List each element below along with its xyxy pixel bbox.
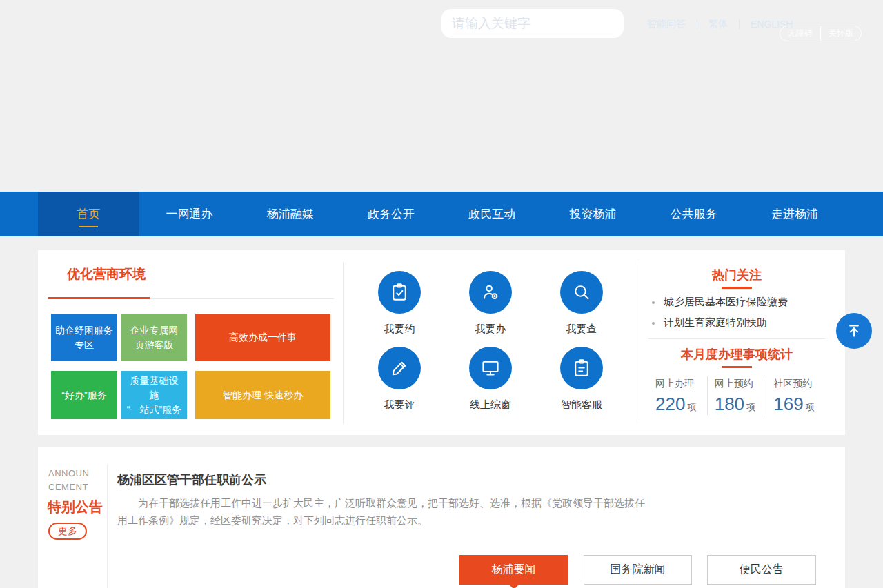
stat-label: 网上预约 bbox=[715, 378, 766, 390]
nav-item-public-services[interactable]: 公共服务 bbox=[644, 192, 744, 236]
search-box bbox=[442, 9, 624, 38]
tab-yangpu-news[interactable]: 杨浦要闻 bbox=[459, 555, 568, 585]
business-env-title: 优化营商环境 bbox=[67, 265, 146, 283]
announcement-category: 特别公告 bbox=[48, 498, 103, 516]
divider bbox=[107, 465, 108, 588]
back-to-top-button[interactable] bbox=[836, 313, 872, 349]
stat-unit: 项 bbox=[806, 402, 815, 412]
tab-public-notices[interactable]: 便民公告 bbox=[707, 555, 816, 585]
pencil-icon bbox=[389, 358, 410, 378]
hot-topic-item[interactable]: 城乡居民基本医疗保险缴费 bbox=[652, 296, 788, 309]
service-smart-support-button[interactable] bbox=[560, 347, 603, 389]
title-underline bbox=[48, 297, 150, 299]
stat-label: 网上办理 bbox=[655, 378, 707, 390]
service-label-review[interactable]: 我要评 bbox=[357, 398, 442, 412]
accessibility-button[interactable]: 无障碍 bbox=[780, 26, 820, 41]
more-button[interactable]: 更多 bbox=[48, 523, 87, 540]
article-body: 为在干部选拔任用工作中进一步扩大民主，广泛听取群众意见，把干部选好、选准，根据《… bbox=[117, 494, 647, 529]
hot-topics-title: 热门关注 bbox=[688, 267, 785, 283]
divider bbox=[343, 262, 344, 423]
stat-label: 社区预约 bbox=[773, 378, 825, 390]
header-links: 智能问答 繁体 ENGLISH bbox=[636, 17, 804, 31]
tile-easy-service[interactable]: “好办”服务 bbox=[51, 371, 117, 419]
link-smart-qa[interactable]: 智能问答 bbox=[636, 18, 697, 30]
service-appointment-button[interactable] bbox=[378, 271, 421, 314]
nav-item-about-yangpu[interactable]: 走进杨浦 bbox=[744, 192, 845, 236]
stat-value: 180 bbox=[715, 394, 744, 414]
nav-item-yangpu-media[interactable]: 杨浦融媒 bbox=[240, 192, 341, 236]
nav-item-one-stop-services[interactable]: 一网通办 bbox=[139, 192, 239, 236]
user-gear-icon bbox=[480, 282, 501, 303]
bullet-icon bbox=[652, 301, 655, 304]
nav-item-gov-disclosure[interactable]: 政务公开 bbox=[341, 192, 442, 236]
service-label-search[interactable]: 我要查 bbox=[539, 323, 624, 336]
stat-value: 220 bbox=[655, 394, 685, 414]
stat-unit: 项 bbox=[746, 402, 755, 412]
service-label-appointment[interactable]: 我要约 bbox=[357, 323, 442, 336]
service-label-online-window[interactable]: 线上综窗 bbox=[448, 398, 533, 412]
nav-item-invest-yangpu[interactable]: 投资杨浦 bbox=[542, 192, 643, 236]
stat-community-appointment: 社区预约 169项 bbox=[766, 376, 825, 415]
services-card: 优化营商环境 助企纾困服务 专区 企业专属网 页游客版 高效办成一件事 “好办”… bbox=[38, 250, 845, 435]
stat-online-processing: 网上办理 220项 bbox=[648, 376, 707, 415]
hot-topic-item[interactable]: 计划生育家庭特别扶助 bbox=[652, 316, 767, 330]
tile-enterprise-page[interactable]: 企业专属网 页游客版 bbox=[121, 314, 187, 361]
divider bbox=[648, 338, 825, 339]
accessibility-buttons: 无障碍 关怀版 bbox=[780, 26, 862, 41]
service-review-button[interactable] bbox=[378, 347, 421, 389]
divider bbox=[639, 262, 639, 423]
announcement-card: ANNOUNCEMENT 特别公告 更多 杨浦区区管干部任职前公示 为在干部选拔… bbox=[38, 447, 845, 588]
back-to-top-icon bbox=[844, 321, 864, 341]
service-online-window-button[interactable] bbox=[469, 347, 512, 389]
bullet-icon bbox=[652, 322, 655, 325]
stat-unit: 项 bbox=[687, 402, 696, 412]
nav-item-home[interactable]: 首页 bbox=[38, 192, 139, 236]
hot-topic-text: 城乡居民基本医疗保险缴费 bbox=[664, 296, 788, 309]
service-search-button[interactable] bbox=[560, 271, 603, 314]
search-icon bbox=[571, 282, 592, 303]
monthly-stats-row: 网上办理 220项 网上预约 180项 社区预约 169项 bbox=[648, 376, 825, 415]
monthly-stats-title: 本月度办理事项统计 bbox=[671, 346, 802, 363]
tile-smart-processing[interactable]: 智能办理 快速秒办 bbox=[195, 371, 330, 419]
hot-topic-text: 计划生育家庭特别扶助 bbox=[664, 316, 767, 330]
article-title[interactable]: 杨浦区区管干部任职前公示 bbox=[117, 472, 266, 488]
link-traditional-chinese[interactable]: 繁体 bbox=[697, 18, 739, 30]
service-label-smart-support[interactable]: 智能客服 bbox=[539, 398, 624, 412]
stat-value: 169 bbox=[773, 394, 803, 414]
title-underline bbox=[722, 287, 752, 289]
tile-efficient-one-matter[interactable]: 高效办成一件事 bbox=[195, 314, 330, 361]
tile-quality-infrastructure[interactable]: 质量基础设施 “一站式”服务 bbox=[121, 371, 187, 419]
tab-state-council-news[interactable]: 国务院新闻 bbox=[584, 555, 692, 585]
main-nav: 首页 一网通办 杨浦融媒 政务公开 政民互动 投资杨浦 公共服务 走进杨浦 bbox=[0, 192, 883, 236]
service-label-apply[interactable]: 我要办 bbox=[448, 323, 533, 336]
title-underline bbox=[722, 366, 752, 368]
stat-online-appointment: 网上预约 180项 bbox=[707, 376, 766, 415]
announcement-eyebrow: ANNOUNCEMENT bbox=[48, 467, 94, 494]
service-apply-button[interactable] bbox=[469, 271, 512, 314]
calendar-check-icon bbox=[389, 282, 410, 303]
clipboard-lines-icon bbox=[571, 358, 592, 378]
care-version-button[interactable]: 关怀版 bbox=[820, 26, 861, 41]
tile-enterprise-relief[interactable]: 助企纾困服务 专区 bbox=[51, 314, 117, 361]
nav-item-public-interaction[interactable]: 政民互动 bbox=[442, 192, 542, 236]
monitor-icon bbox=[480, 358, 501, 378]
search-input[interactable] bbox=[452, 16, 621, 31]
